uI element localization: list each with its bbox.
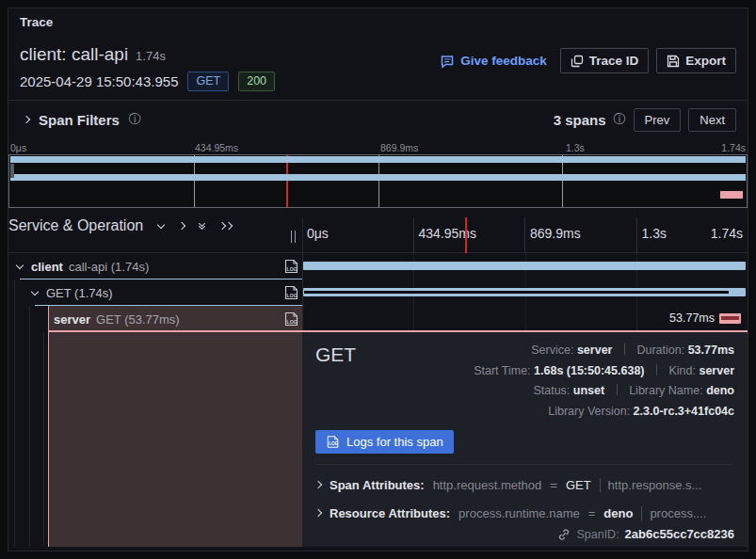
header-actions: Give feedback Trace ID Export [440, 48, 736, 73]
log-icon[interactable]: LOG [283, 259, 299, 274]
timeline-table-header: Service & Operation 0μs 434.95ms 869.9ms… [8, 217, 748, 253]
log-icon: LOG [326, 435, 340, 449]
span-operation: call-api (1.74s) [69, 260, 149, 274]
overview-line: Service: server Duration: 53.77ms [474, 341, 734, 361]
attribute-key: process.runtime.name [458, 506, 580, 520]
timeline-minimap[interactable] [8, 154, 748, 208]
expand-all-icon[interactable] [219, 223, 232, 229]
status-value: unset [573, 384, 604, 397]
trace-id-button[interactable]: Trace ID [560, 48, 650, 73]
span-bar-client[interactable] [303, 262, 746, 270]
span-service: server [54, 312, 90, 327]
minimap-tick: 0μs [10, 142, 26, 153]
span-bar-server[interactable] [719, 313, 741, 324]
chevron-right-icon [315, 509, 322, 517]
export-button[interactable]: Export [656, 48, 736, 73]
service-label: Service: [531, 343, 573, 357]
span-row-get[interactable]: GET (1.74s) LOG [8, 280, 748, 306]
timeline-axis: 0μs 434.95ms 869.9ms 1.3s 1.74s [302, 217, 748, 253]
column-resize-handle[interactable] [291, 231, 296, 243]
expand-one-icon[interactable] [178, 222, 185, 230]
give-feedback-link[interactable]: Give feedback [440, 54, 547, 69]
library-name-label: Library Name: [629, 384, 703, 397]
span-bar-cell[interactable] [302, 253, 748, 280]
span-id-footer: SpanID: 2ab6c55cc7cc8236 [557, 527, 734, 541]
span-filters-label: Span Filters [39, 112, 120, 128]
attribute-truncated: process.... [641, 506, 706, 520]
duration-label: Duration: [636, 343, 684, 357]
minimap-tick: 1.74s [721, 142, 746, 153]
minimap-gridline [378, 155, 379, 207]
minimap-gridline [194, 155, 195, 207]
span-bar-cell[interactable]: 53.77ms [302, 306, 748, 332]
logs-for-span-button[interactable]: LOG Logs for this span [315, 430, 454, 454]
library-version-label: Library Version: [548, 405, 630, 418]
span-filters-toggle[interactable]: Span Filters ⓘ [24, 111, 141, 128]
start-time-label: Start Time: [474, 364, 530, 377]
detail-divider [315, 464, 734, 465]
trace-title: client: call-api1.74s [20, 44, 166, 65]
collapse-one-icon[interactable] [157, 220, 165, 228]
indent-guide [43, 332, 44, 547]
library-version-value: 2.3.0-rc.3+41fc04c [634, 405, 734, 418]
span-bar-cell[interactable] [302, 280, 748, 306]
minimap-tick: 869.9ms [380, 142, 418, 153]
trace-timestamp: 2025-04-29 15:50:43.955 [20, 73, 178, 89]
save-icon [667, 55, 680, 68]
minimap-tick: 1.3s [566, 142, 585, 153]
minimap-span-get [10, 174, 746, 181]
indent-guide [29, 306, 30, 547]
overview-line: Library Version: 2.3.0-rc.3+41fc04c [474, 402, 734, 423]
svg-text:LOG: LOG [287, 319, 298, 325]
span-id-value: 2ab6c55cc7cc8236 [625, 527, 734, 541]
kind-label: Kind: [668, 364, 696, 377]
axis-tick: 0μs [302, 217, 413, 253]
svg-text:LOG: LOG [287, 266, 298, 272]
overview-line: Status: unset Library Name: deno [474, 381, 734, 402]
span-name-cell[interactable]: client call-api (1.74s) LOG [8, 253, 302, 280]
svg-text:LOG: LOG [287, 293, 298, 298]
span-name-cell[interactable]: GET (1.74s) LOG [8, 280, 302, 306]
span-attributes-row[interactable]: Span Attributes: http.request.method = G… [315, 473, 738, 496]
library-name-value: deno [706, 384, 734, 397]
start-time-value: 1.68s (15:50:45.638) [534, 364, 644, 377]
duration-value: 53.77ms [688, 343, 734, 357]
detail-title: GET [315, 343, 356, 366]
minimap-ticks: 0μs 434.95ms 869.9ms 1.3s 1.74s [8, 142, 748, 153]
minimap-span-client [10, 156, 746, 163]
divider [617, 384, 618, 395]
collapse-icon[interactable] [31, 287, 39, 295]
span-bar-inner-stripe [721, 316, 739, 320]
service-operation-label: Service & Operation [8, 217, 143, 234]
span-row-server-selected[interactable]: server GET (53.77ms) LOG 53.77ms [8, 306, 748, 332]
panel-title: Trace [20, 15, 53, 29]
resource-attributes-label: Resource Attributes: [330, 506, 450, 520]
info-icon: ⓘ [614, 111, 626, 128]
detail-overview: Service: server Duration: 53.77ms Start … [474, 341, 734, 422]
attribute-key: http.request.method [433, 478, 542, 492]
equals-sign: = [588, 506, 596, 520]
log-icon[interactable]: LOG [283, 285, 299, 300]
minimap-drag-handle[interactable] [10, 164, 14, 178]
span-bar-get[interactable] [303, 288, 746, 296]
trace-span-name: client: call-api [20, 44, 128, 64]
next-span-button[interactable]: Next [688, 108, 736, 132]
span-name-cell[interactable]: server GET (53.77ms) LOG [8, 306, 302, 332]
method-badge: GET [187, 72, 229, 91]
span-duration-label: 53.77ms [669, 311, 715, 325]
log-icon[interactable]: LOG [283, 311, 299, 327]
minimap-span-server [720, 191, 743, 199]
info-icon: ⓘ [129, 111, 141, 128]
trace-id-label: Trace ID [589, 54, 639, 68]
span-row-client[interactable]: client call-api (1.74s) LOG [8, 253, 748, 280]
axis-tick: 869.9ms [524, 217, 636, 253]
minimap-tick: 434.95ms [195, 142, 238, 153]
resource-attributes-row[interactable]: Resource Attributes: process.runtime.nam… [315, 502, 738, 524]
span-nav: 3 spans ⓘ Prev Next [554, 108, 736, 132]
kind-value: server [699, 364, 734, 377]
trace-meta-row: 2025-04-29 15:50:43.955 GET 200 [20, 72, 275, 91]
prev-span-button[interactable]: Prev [634, 108, 682, 132]
collapse-all-icon[interactable] [200, 224, 204, 229]
link-icon[interactable] [557, 528, 571, 541]
collapse-icon[interactable] [16, 261, 24, 268]
